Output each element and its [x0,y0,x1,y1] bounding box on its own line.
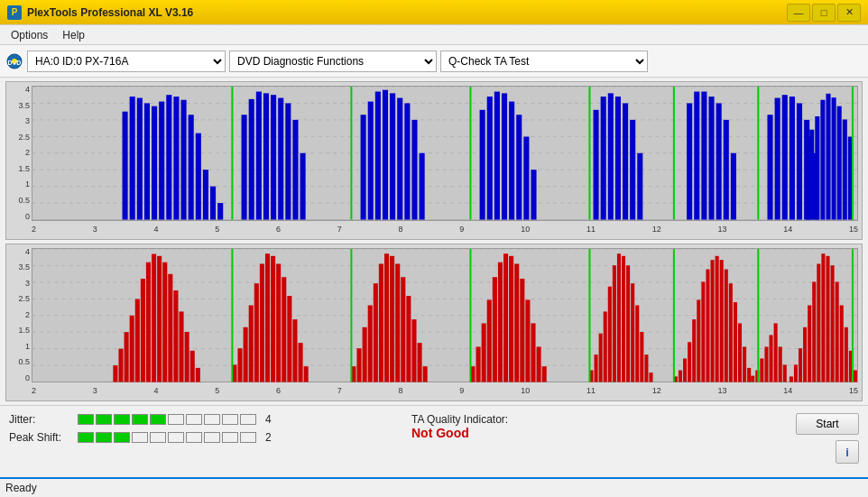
svg-rect-121 [173,290,178,382]
svg-rect-119 [162,262,167,382]
svg-rect-203 [770,335,773,382]
svg-rect-131 [260,263,264,382]
chart1-inner [32,86,858,221]
svg-rect-209 [799,348,802,382]
svg-rect-49 [516,115,522,219]
svg-rect-190 [711,260,715,382]
svg-rect-116 [146,262,151,382]
svg-rect-18 [166,95,171,219]
status-text: Ready [5,482,37,494]
svg-rect-191 [716,255,719,382]
svg-rect-12 [123,112,128,220]
svg-rect-180 [644,354,648,382]
peakshift-bar [78,432,256,443]
svg-rect-68 [782,95,788,219]
svg-rect-166 [537,346,541,382]
svg-rect-158 [493,277,497,382]
svg-rect-169 [595,354,598,382]
jitter-seg-10 [240,414,256,425]
svg-rect-138 [299,343,303,382]
svg-rect-206 [783,364,787,382]
svg-rect-163 [520,278,524,382]
svg-rect-113 [130,315,134,382]
svg-rect-173 [613,265,616,382]
chart1-x-axis: 2 3 4 5 6 7 8 9 10 11 12 13 14 15 [32,221,858,237]
charts-area: 4 3.5 3 2.5 2 1.5 1 0.5 0 [0,78,868,405]
svg-rect-30 [271,95,276,219]
svg-rect-57 [630,120,635,220]
close-button[interactable]: ✕ [837,4,861,22]
svg-rect-145 [379,263,383,382]
svg-rect-162 [514,263,519,382]
jitter-bar [78,414,256,425]
svg-rect-129 [249,305,254,382]
svg-rect-23 [203,170,208,219]
svg-rect-39 [390,93,395,219]
svg-rect-24 [210,187,216,220]
svg-rect-212 [812,281,816,382]
svg-rect-208 [794,364,798,382]
svg-rect-198 [747,367,751,382]
svg-rect-55 [615,97,621,219]
menu-help[interactable]: Help [55,27,92,43]
jitter-seg-4 [132,414,148,425]
ta-quality-value: Not Good [411,426,469,440]
test-select[interactable]: Q-Check TA Test [440,51,648,72]
peakshift-seg-3 [114,432,130,443]
svg-rect-185 [688,342,691,382]
svg-rect-141 [357,348,362,382]
svg-rect-142 [363,327,367,382]
svg-rect-130 [254,283,259,382]
svg-rect-78 [832,97,836,219]
svg-rect-156 [482,323,486,382]
svg-rect-45 [487,97,493,219]
drive-icon: DVD [5,52,23,70]
svg-rect-27 [249,99,254,220]
svg-rect-214 [821,253,825,382]
start-button[interactable]: Start [796,413,859,435]
svg-rect-167 [542,366,547,382]
svg-rect-53 [601,97,606,219]
info-button[interactable]: i [836,440,859,464]
svg-rect-31 [278,98,283,220]
svg-rect-122 [179,311,183,382]
function-select[interactable]: DVD Diagnostic Functions [229,51,437,72]
svg-rect-110 [113,365,117,382]
svg-rect-215 [826,255,829,382]
svg-rect-43 [420,153,425,220]
svg-rect-177 [631,283,634,382]
menu-options[interactable]: Options [4,27,55,43]
svg-rect-63 [716,103,722,219]
svg-rect-171 [604,311,607,382]
svg-rect-15 [144,103,150,219]
title-bar: P PlexTools Professional XL V3.16 — □ ✕ [0,0,868,25]
drive-select[interactable]: HA:0 ID:0 PX-716A [27,51,226,72]
svg-rect-41 [404,103,410,219]
svg-rect-147 [390,255,394,382]
svg-rect-192 [720,260,724,382]
svg-rect-25 [217,203,223,219]
peakshift-seg-1 [78,432,94,443]
svg-rect-187 [697,299,700,382]
peakshift-label: Peak Shift: [9,431,72,444]
minimize-button[interactable]: — [787,4,810,22]
svg-rect-135 [282,277,286,382]
svg-rect-62 [708,97,714,219]
svg-rect-132 [265,253,270,382]
jitter-seg-9 [222,414,238,425]
svg-rect-205 [779,346,782,382]
svg-rect-216 [831,265,835,382]
maximize-button[interactable]: □ [812,4,836,22]
svg-rect-149 [401,277,405,382]
svg-rect-79 [837,106,842,220]
chart2-inner [32,248,858,383]
svg-rect-58 [637,153,642,220]
svg-rect-26 [242,115,247,219]
svg-rect-120 [168,273,172,382]
svg-rect-114 [135,299,140,382]
svg-rect-64 [724,120,729,220]
svg-rect-210 [803,327,807,382]
svg-rect-202 [764,346,768,382]
svg-rect-21 [189,115,194,219]
svg-rect-136 [287,296,291,382]
